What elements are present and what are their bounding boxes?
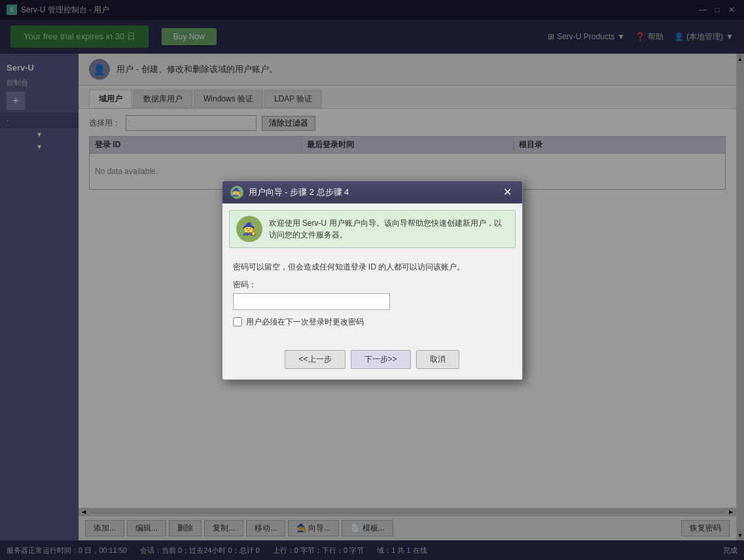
dialog-info-text: 欢迎使用 Serv-U 用户账户向导。该向导帮助您快速创建新用户，以访问您的文件… [269,217,508,241]
checkbox-row: 用户必须在下一次登录时更改密码 [233,317,512,328]
password-label: 密码： [233,279,512,290]
user-wizard-dialog: 🧙 用户向导 - 步骤 2 总步骤 4 ✕ 🧙 欢迎使用 Serv-U 用户账户… [222,181,523,380]
dialog-wizard-icon: 🧙 [236,216,262,242]
change-password-checkbox[interactable] [233,317,242,326]
next-button[interactable]: 下一步>> [351,350,411,369]
change-password-label: 用户必须在下一次登录时更改密码 [246,317,364,328]
dialog-title: 用户向导 - 步骤 2 总步骤 4 [249,186,349,198]
dialog-warning: 密码可以留空，但会造成任何知道登录 ID 的人都可以访问该账户。 [233,261,512,273]
dialog-icon: 🧙 [230,186,243,199]
back-button[interactable]: <<上一步 [285,350,345,369]
dialog-titlebar: 🧙 用户向导 - 步骤 2 总步骤 4 ✕ [222,181,522,203]
cancel-button[interactable]: 取消 [416,350,459,369]
dialog-body: 密码可以留空，但会造成任何知道登录 ID 的人都可以访问该账户。 密码： 用户必… [222,254,522,343]
dialog-info-banner: 🧙 欢迎使用 Serv-U 用户账户向导。该向导帮助您快速创建新用户，以访问您的… [229,210,516,248]
password-input[interactable] [233,293,390,310]
dialog-close-button[interactable]: ✕ [501,186,514,199]
modal-overlay: 🧙 用户向导 - 步骤 2 总步骤 4 ✕ 🧙 欢迎使用 Serv-U 用户账户… [0,0,744,560]
dialog-footer: <<上一步 下一步>> 取消 [222,343,522,379]
